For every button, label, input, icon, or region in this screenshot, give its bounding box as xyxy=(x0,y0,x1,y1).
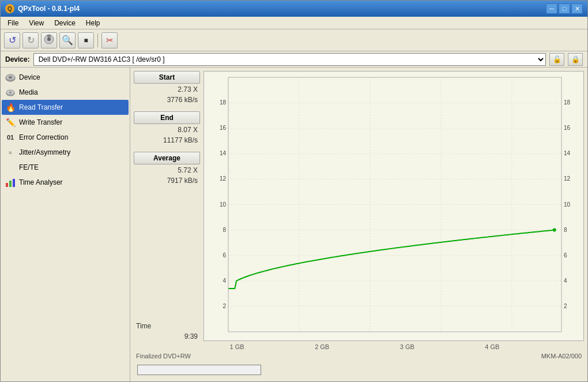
device-unlock-btn[interactable]: 🔓 xyxy=(549,53,564,66)
lock-icon: 🔓 xyxy=(553,55,561,63)
sidebar-label-read-transfer: Read Transfer xyxy=(19,103,63,111)
svg-point-1 xyxy=(47,38,51,41)
footer-right: MKM-A02/000 xyxy=(541,353,582,359)
app-icon: Q xyxy=(5,4,14,13)
bottom-bar xyxy=(134,362,584,378)
zoom-icon: 🔍 xyxy=(62,35,73,46)
title-bar: Q QPxTool - 0.8.1-pl4 ─ □ ✕ xyxy=(1,1,587,17)
menu-file[interactable]: File xyxy=(3,18,23,28)
spacer2 xyxy=(134,146,200,151)
chart-footer: Finalized DVD+RW MKM-A02/000 xyxy=(134,353,584,359)
x-label-4gb: 4 GB xyxy=(485,343,499,350)
title-controls: ─ □ ✕ xyxy=(546,3,583,14)
sidebar-label-time-analyser: Time Analyser xyxy=(19,178,63,186)
media-icon xyxy=(5,87,16,98)
close-button[interactable]: ✕ xyxy=(571,3,583,14)
write-transfer-icon: ✏️ xyxy=(5,117,16,128)
main-window: Q QPxTool - 0.8.1-pl4 ─ □ ✕ File View De… xyxy=(0,0,588,382)
sidebar: Device Media 🔥 Read Transfer ✏️ Write xyxy=(1,68,130,381)
x-label-pad xyxy=(570,343,582,350)
time-value: 9:39 xyxy=(134,332,200,341)
refresh2-icon: ↻ xyxy=(27,35,35,46)
toolbar-open-btn[interactable] xyxy=(41,32,57,48)
spacer1 xyxy=(134,106,200,110)
sidebar-item-write-transfer[interactable]: ✏️ Write Transfer xyxy=(2,115,129,130)
sidebar-item-fete[interactable]: FE/TE xyxy=(2,160,129,175)
toolbar-stop-btn[interactable]: ■ xyxy=(78,32,94,48)
start-speed-value: 2.73 X xyxy=(134,85,200,94)
read-transfer-icon: 🔥 xyxy=(5,102,16,113)
sidebar-label-fete: FE/TE xyxy=(19,163,39,171)
time-label: Time xyxy=(134,321,200,331)
jitter-icon: ≈ xyxy=(5,147,16,158)
sidebar-label-jitter: Jitter/Asymmetry xyxy=(19,148,70,156)
toolbar-separator xyxy=(97,33,98,47)
maximize-button[interactable]: □ xyxy=(559,3,570,14)
start-rate-value: 3776 kB/s xyxy=(134,95,200,104)
menu-bar: File View Device Help xyxy=(1,17,587,29)
right-panel: Start 2.73 X 3776 kB/s End 8.07 X 11177 … xyxy=(130,68,587,381)
toolbar-refresh2-btn[interactable]: ↻ xyxy=(22,32,39,48)
window-title: QPxTool - 0.8.1-pl4 xyxy=(18,5,80,13)
sidebar-item-device[interactable]: Device xyxy=(2,70,129,85)
start-button[interactable]: Start xyxy=(134,71,200,84)
menu-view[interactable]: View xyxy=(24,18,48,28)
toolbar-zoom-btn[interactable]: 🔍 xyxy=(59,32,76,48)
svg-rect-9 xyxy=(6,183,8,187)
chart-area xyxy=(203,71,584,341)
open-icon xyxy=(44,34,54,46)
menu-help[interactable]: Help xyxy=(81,18,105,28)
avg-speed-value: 5.72 X xyxy=(134,166,200,175)
x-label-empty xyxy=(136,343,159,350)
average-button[interactable]: Average xyxy=(134,152,200,164)
fete-icon xyxy=(5,162,16,173)
sidebar-item-read-transfer[interactable]: 🔥 Read Transfer xyxy=(2,100,129,115)
chart-x-labels: 1 GB 2 GB 3 GB 4 GB xyxy=(134,343,584,350)
avg-rate-value: 7917 kB/s xyxy=(134,176,200,185)
refresh-icon: ↺ xyxy=(9,35,16,46)
device-label: Device: xyxy=(5,55,30,63)
toolbar-refresh-btn[interactable]: ↺ xyxy=(4,32,20,48)
x-label-3gb: 3 GB xyxy=(400,343,414,350)
end-speed-value: 8.07 X xyxy=(134,125,200,134)
svg-rect-11 xyxy=(13,179,15,187)
svg-rect-10 xyxy=(9,181,12,187)
title-bar-left: Q QPxTool - 0.8.1-pl4 xyxy=(5,4,80,13)
svg-point-5 xyxy=(9,76,12,78)
menu-device[interactable]: Device xyxy=(50,18,80,28)
chart-canvas xyxy=(204,72,583,340)
sidebar-item-media[interactable]: Media xyxy=(2,85,129,100)
device-bar: Device: Dell DVD+/-RW DW316 A1C3 [ /dev/… xyxy=(1,51,587,68)
sidebar-label-error-correction: Error Correction xyxy=(19,133,68,141)
device-icon xyxy=(5,72,16,83)
device-select[interactable]: Dell DVD+/-RW DW316 A1C3 [ /dev/sr0 ] xyxy=(33,53,546,66)
x-label-2gb: 2 GB xyxy=(315,343,329,350)
end-rate-value: 11177 kB/s xyxy=(134,136,200,145)
settings-icon: ✂ xyxy=(106,35,114,46)
minimize-button[interactable]: ─ xyxy=(546,3,557,14)
toolbar-settings-btn[interactable]: ✂ xyxy=(101,32,118,48)
sidebar-item-error-correction[interactable]: 01 Error Correction xyxy=(2,130,129,145)
svg-point-8 xyxy=(9,92,12,93)
progress-bar xyxy=(137,365,261,375)
stats-and-chart: Start 2.73 X 3776 kB/s End 8.07 X 11177 … xyxy=(134,71,584,341)
sidebar-label-write-transfer: Write Transfer xyxy=(19,118,62,126)
main-content: Device Media 🔥 Read Transfer ✏️ Write xyxy=(1,68,587,381)
x-label-1gb: 1 GB xyxy=(230,343,244,350)
time-analyser-icon xyxy=(5,177,16,188)
svg-rect-2 xyxy=(47,35,51,38)
sidebar-item-time-analyser[interactable]: Time Analyser xyxy=(2,175,129,190)
toolbar: ↺ ↻ 🔍 ■ ✂ xyxy=(1,29,587,51)
stop-icon: ■ xyxy=(84,36,88,44)
sidebar-label-media: Media xyxy=(19,88,38,96)
sidebar-item-jitter[interactable]: ≈ Jitter/Asymmetry xyxy=(2,145,129,160)
sidebar-label-device: Device xyxy=(19,73,40,81)
device-eject-btn[interactable]: 🔒 xyxy=(568,53,583,66)
error-correction-icon: 01 xyxy=(5,132,16,143)
stats-panel: Start 2.73 X 3776 kB/s End 8.07 X 11177 … xyxy=(134,71,200,341)
eject-icon: 🔒 xyxy=(571,55,580,63)
spacer3 xyxy=(134,186,200,318)
end-button[interactable]: End xyxy=(134,111,200,124)
footer-left: Finalized DVD+RW xyxy=(136,353,191,359)
